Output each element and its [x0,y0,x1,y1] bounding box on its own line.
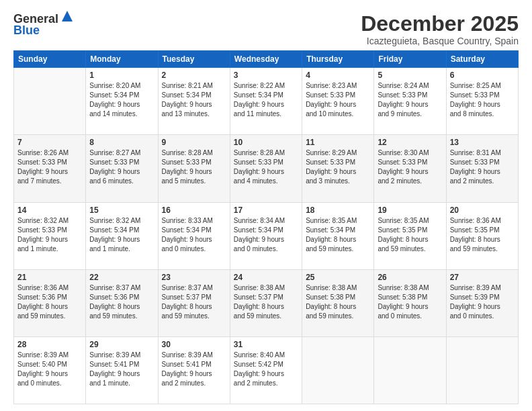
day-number: 20 [450,205,515,215]
day-info: Sunrise: 8:32 AMSunset: 5:34 PMDaylight:… [89,216,154,254]
day-info: Sunrise: 8:31 AMSunset: 5:33 PMDaylight:… [450,148,515,186]
table-cell: 14Sunrise: 8:32 AMSunset: 5:33 PMDayligh… [14,202,86,269]
day-number: 10 [234,138,298,147]
table-cell [302,336,374,404]
col-tuesday: Tuesday [158,51,230,68]
day-info: Sunrise: 8:38 AMSunset: 5:38 PMDaylight:… [378,283,442,321]
day-number: 5 [378,71,442,80]
day-info: Sunrise: 8:39 AMSunset: 5:41 PMDaylight:… [162,351,226,388]
day-info: Sunrise: 8:39 AMSunset: 5:41 PMDaylight:… [89,351,154,388]
table-cell: 24Sunrise: 8:38 AMSunset: 5:37 PMDayligh… [230,269,302,336]
table-cell: 15Sunrise: 8:32 AMSunset: 5:34 PMDayligh… [86,202,158,269]
day-number: 27 [450,273,515,282]
day-number: 11 [306,138,370,147]
table-cell: 25Sunrise: 8:38 AMSunset: 5:38 PMDayligh… [302,269,374,336]
day-number: 1 [89,71,154,80]
col-sunday: Sunday [14,51,86,68]
day-number: 29 [89,340,154,349]
table-cell: 23Sunrise: 8:37 AMSunset: 5:37 PMDayligh… [158,269,230,336]
page-header: General Blue December 2025 Icazteguieta,… [13,12,519,46]
col-saturday: Saturday [446,51,518,68]
day-number: 6 [450,71,515,80]
table-cell: 7Sunrise: 8:26 AMSunset: 5:33 PMDaylight… [14,135,86,202]
day-number: 18 [306,205,370,215]
calendar-header-row: Sunday Monday Tuesday Wednesday Thursday… [14,51,519,68]
day-info: Sunrise: 8:34 AMSunset: 5:34 PMDaylight:… [234,216,298,254]
day-number: 22 [89,273,154,282]
table-cell [446,336,518,404]
day-info: Sunrise: 8:28 AMSunset: 5:33 PMDaylight:… [234,148,298,186]
day-info: Sunrise: 8:33 AMSunset: 5:34 PMDaylight:… [162,216,226,254]
svg-marker-0 [62,11,73,21]
day-number: 16 [162,205,226,215]
calendar-row: 21Sunrise: 8:36 AMSunset: 5:36 PMDayligh… [14,269,519,336]
day-info: Sunrise: 8:37 AMSunset: 5:36 PMDaylight:… [89,283,154,321]
day-info: Sunrise: 8:38 AMSunset: 5:37 PMDaylight:… [234,283,298,321]
calendar-row: 14Sunrise: 8:32 AMSunset: 5:33 PMDayligh… [14,202,519,269]
day-info: Sunrise: 8:40 AMSunset: 5:42 PMDaylight:… [234,351,298,388]
day-number: 17 [234,205,298,215]
table-cell: 31Sunrise: 8:40 AMSunset: 5:42 PMDayligh… [230,336,302,404]
location-title: Icazteguieta, Basque Country, Spain [361,36,519,46]
table-cell: 13Sunrise: 8:31 AMSunset: 5:33 PMDayligh… [446,135,518,202]
table-cell: 3Sunrise: 8:22 AMSunset: 5:34 PMDaylight… [230,68,302,135]
table-cell: 11Sunrise: 8:29 AMSunset: 5:33 PMDayligh… [302,135,374,202]
day-number: 25 [306,273,370,282]
day-info: Sunrise: 8:39 AMSunset: 5:40 PMDaylight:… [17,351,82,388]
table-cell: 5Sunrise: 8:24 AMSunset: 5:33 PMDaylight… [374,68,446,135]
day-info: Sunrise: 8:22 AMSunset: 5:34 PMDaylight:… [234,81,298,119]
table-cell: 22Sunrise: 8:37 AMSunset: 5:36 PMDayligh… [86,269,158,336]
table-cell: 27Sunrise: 8:39 AMSunset: 5:39 PMDayligh… [446,269,518,336]
col-thursday: Thursday [302,51,374,68]
table-cell [14,68,86,135]
logo: General Blue [13,12,74,38]
day-info: Sunrise: 8:29 AMSunset: 5:33 PMDaylight:… [306,148,370,186]
calendar-row: 1Sunrise: 8:20 AMSunset: 5:34 PMDaylight… [14,68,519,135]
table-cell: 29Sunrise: 8:39 AMSunset: 5:41 PMDayligh… [86,336,158,404]
table-cell: 26Sunrise: 8:38 AMSunset: 5:38 PMDayligh… [374,269,446,336]
table-cell: 9Sunrise: 8:28 AMSunset: 5:33 PMDaylight… [158,135,230,202]
day-info: Sunrise: 8:26 AMSunset: 5:33 PMDaylight:… [17,148,82,186]
day-info: Sunrise: 8:24 AMSunset: 5:33 PMDaylight:… [378,81,442,119]
day-number: 26 [378,273,442,282]
day-number: 28 [17,340,82,349]
day-info: Sunrise: 8:37 AMSunset: 5:37 PMDaylight:… [162,283,226,321]
day-number: 12 [378,138,442,147]
day-info: Sunrise: 8:36 AMSunset: 5:36 PMDaylight:… [17,283,82,321]
day-number: 31 [234,340,298,349]
table-cell: 19Sunrise: 8:35 AMSunset: 5:35 PMDayligh… [374,202,446,269]
day-info: Sunrise: 8:38 AMSunset: 5:38 PMDaylight:… [306,283,370,321]
day-info: Sunrise: 8:25 AMSunset: 5:33 PMDaylight:… [450,81,515,119]
table-cell: 12Sunrise: 8:30 AMSunset: 5:33 PMDayligh… [374,135,446,202]
table-cell: 2Sunrise: 8:21 AMSunset: 5:34 PMDaylight… [158,68,230,135]
day-number: 30 [162,340,226,349]
calendar-table: Sunday Monday Tuesday Wednesday Thursday… [13,50,519,404]
table-cell [374,336,446,404]
month-title: December 2025 [361,12,519,36]
day-info: Sunrise: 8:20 AMSunset: 5:34 PMDaylight:… [89,81,154,119]
day-info: Sunrise: 8:23 AMSunset: 5:33 PMDaylight:… [306,81,370,119]
day-number: 23 [162,273,226,282]
table-cell: 4Sunrise: 8:23 AMSunset: 5:33 PMDaylight… [302,68,374,135]
day-number: 2 [162,71,226,80]
table-cell: 17Sunrise: 8:34 AMSunset: 5:34 PMDayligh… [230,202,302,269]
day-info: Sunrise: 8:32 AMSunset: 5:33 PMDaylight:… [17,216,82,254]
day-info: Sunrise: 8:35 AMSunset: 5:35 PMDaylight:… [378,216,442,254]
col-friday: Friday [374,51,446,68]
table-cell: 1Sunrise: 8:20 AMSunset: 5:34 PMDaylight… [86,68,158,135]
logo-icon [60,9,74,23]
table-cell: 10Sunrise: 8:28 AMSunset: 5:33 PMDayligh… [230,135,302,202]
day-number: 14 [17,205,82,215]
day-info: Sunrise: 8:35 AMSunset: 5:34 PMDaylight:… [306,216,370,254]
day-info: Sunrise: 8:27 AMSunset: 5:33 PMDaylight:… [89,148,154,186]
day-info: Sunrise: 8:21 AMSunset: 5:34 PMDaylight:… [162,81,226,119]
col-monday: Monday [86,51,158,68]
day-info: Sunrise: 8:30 AMSunset: 5:33 PMDaylight:… [378,148,442,186]
day-number: 8 [89,138,154,147]
table-cell: 8Sunrise: 8:27 AMSunset: 5:33 PMDaylight… [86,135,158,202]
day-number: 7 [17,138,82,147]
day-number: 4 [306,71,370,80]
table-cell: 21Sunrise: 8:36 AMSunset: 5:36 PMDayligh… [14,269,86,336]
day-info: Sunrise: 8:28 AMSunset: 5:33 PMDaylight:… [162,148,226,186]
day-number: 15 [89,205,154,215]
